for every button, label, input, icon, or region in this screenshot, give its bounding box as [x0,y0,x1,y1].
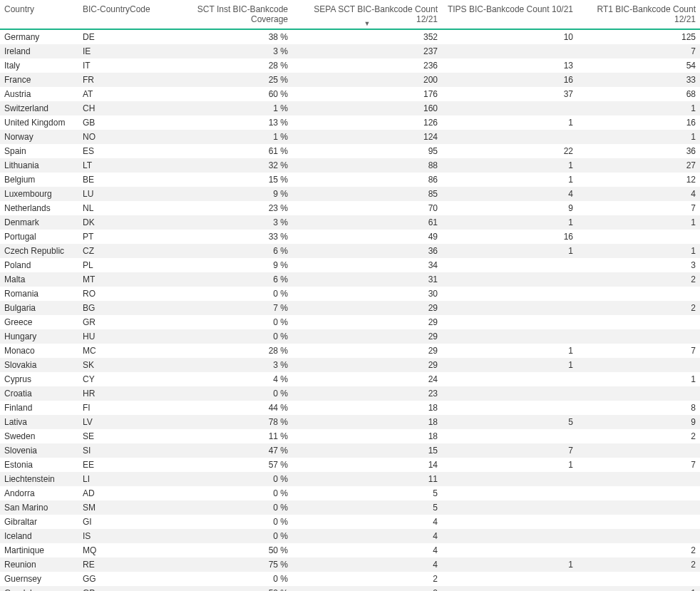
cell-country: Guadeloupe [0,586,78,591]
cell-bic: IE [78,44,157,58]
table-row[interactable]: San MarinoSM0 %5 [0,500,700,515]
cell-coverage: 0 % [157,329,292,344]
cell-country: Germany [0,30,78,44]
column-header-tips[interactable]: TIPS BIC-Bankcode Count 10/21 [442,0,577,29]
table-row[interactable]: ItalyIT28 %2361354 [0,58,700,73]
column-header-sepa[interactable]: SEPA SCT BIC-Bankcode Count 12/21 ▼ [292,0,442,29]
cell-country: Denmark [0,215,78,230]
cell-country: Switzerland [0,101,78,115]
table-row[interactable]: SlovakiaSK3 %291 [0,358,700,372]
cell-bic: ES [78,144,157,158]
cell-sepa: 18 [292,401,442,415]
cell-tips [442,500,577,515]
column-header-country[interactable]: Country [0,0,78,29]
table-row[interactable]: LithuaniaLT32 %88127 [0,158,700,173]
cell-country: Gibraltar [0,515,78,529]
cell-tips: 1 [442,557,577,572]
cell-rt1: 2 [577,301,700,315]
cell-bic: LV [78,415,157,429]
cell-bic: SI [78,443,157,458]
table-row[interactable]: MonacoMC28 %2917 [0,344,700,358]
cell-coverage: 0 % [157,500,292,515]
cell-coverage: 28 % [157,344,292,358]
cell-bic: RO [78,287,157,301]
cell-country: Netherlands [0,201,78,215]
cell-sepa: 126 [292,115,442,130]
cell-sepa: 2 [292,586,442,591]
table-row[interactable]: SwedenSE11 %182 [0,429,700,443]
cell-bic: BG [78,301,157,315]
table-row[interactable]: DenmarkDK3 %6111 [0,215,700,230]
cell-rt1: 7 [577,344,700,358]
table-row[interactable]: BulgariaBG7 %292 [0,301,700,315]
table-row[interactable]: MaltaMT6 %312 [0,272,700,287]
table-row[interactable]: Czech RepublicCZ6 %3611 [0,244,700,258]
cell-coverage: 50 % [157,586,292,591]
table-row[interactable]: LativaLV78 %1859 [0,415,700,429]
table-row[interactable]: GreeceGR0 %29 [0,315,700,329]
cell-coverage: 0 % [157,572,292,586]
table-row[interactable]: GibraltarGI0 %4 [0,515,700,529]
cell-sepa: 24 [292,372,442,386]
cell-coverage: 4 % [157,372,292,386]
cell-coverage: 0 % [157,472,292,486]
table-row[interactable]: PolandPL9 %343 [0,258,700,272]
cell-rt1: 7 [577,201,700,215]
cell-tips [442,301,577,315]
table-row[interactable]: AndorraAD0 %5 [0,486,700,500]
cell-rt1: 7 [577,458,700,472]
table-row[interactable]: GuadeloupeGP50 %21 [0,586,700,591]
table-row[interactable]: SloveniaSI47 %157 [0,443,700,458]
table-row[interactable]: IcelandIS0 %4 [0,529,700,543]
table-row[interactable]: CroatiaHR0 %23 [0,386,700,401]
cell-sepa: 29 [292,329,442,344]
cell-country: Slovakia [0,358,78,372]
cell-tips [442,429,577,443]
column-header-rt1[interactable]: RT1 BIC-Bankcode Count 12/21 [577,0,700,29]
cell-tips [442,101,577,115]
cell-tips [442,329,577,344]
cell-coverage: 13 % [157,115,292,130]
table-row[interactable]: FranceFR25 %2001633 [0,73,700,87]
table-row[interactable]: FinlandFI44 %188 [0,401,700,415]
cell-coverage: 38 % [157,30,292,44]
cell-rt1 [577,358,700,372]
column-header-bic[interactable]: BIC-CountryCode [78,0,157,29]
cell-sepa: 236 [292,58,442,73]
cell-bic: SK [78,358,157,372]
cell-rt1 [577,572,700,586]
table-row[interactable]: RomaniaRO0 %30 [0,287,700,301]
column-header-coverage[interactable]: SCT Inst BIC-Bankcode Coverage [157,0,292,29]
table-row[interactable]: LuxembourgLU9 %8544 [0,187,700,201]
cell-country: Romania [0,287,78,301]
cell-sepa: 49 [292,230,442,244]
cell-country: Liechtenstein [0,472,78,486]
table-row[interactable]: NorwayNO1 %1241 [0,130,700,144]
cell-coverage: 6 % [157,272,292,287]
table-row[interactable]: MartiniqueMQ50 %42 [0,543,700,557]
cell-bic: NL [78,201,157,215]
table-row[interactable]: AustriaAT60 %1763768 [0,87,700,101]
table-row[interactable]: United KingdomGB13 %126116 [0,115,700,130]
table-row[interactable]: SpainES61 %952236 [0,144,700,158]
cell-sepa: 70 [292,201,442,215]
table-row[interactable]: CyprusCY4 %241 [0,372,700,386]
table-row[interactable]: GermanyDE38 %35210125 [0,30,700,44]
cell-tips: 1 [442,173,577,187]
cell-country: Italy [0,58,78,73]
table-row[interactable]: SwitzerlandCH1 %1601 [0,101,700,115]
table-row[interactable]: GuernseyGG0 %2 [0,572,700,586]
cell-sepa: 34 [292,258,442,272]
table-row[interactable]: IrelandIE3 %2377 [0,44,700,58]
table-row[interactable]: LiechtensteinLI0 %11 [0,472,700,486]
cell-bic: CZ [78,244,157,258]
table-row[interactable]: EstoniaEE57 %1417 [0,458,700,472]
cell-tips: 4 [442,187,577,201]
table-row[interactable]: HungaryHU0 %29 [0,329,700,344]
table-row[interactable]: PortugalPT33 %4916 [0,230,700,244]
cell-rt1 [577,486,700,500]
table-row[interactable]: NetherlandsNL23 %7097 [0,201,700,215]
table-row[interactable]: BelgiumBE15 %86112 [0,173,700,187]
table-row[interactable]: ReunionRE75 %412 [0,557,700,572]
cell-sepa: 31 [292,272,442,287]
